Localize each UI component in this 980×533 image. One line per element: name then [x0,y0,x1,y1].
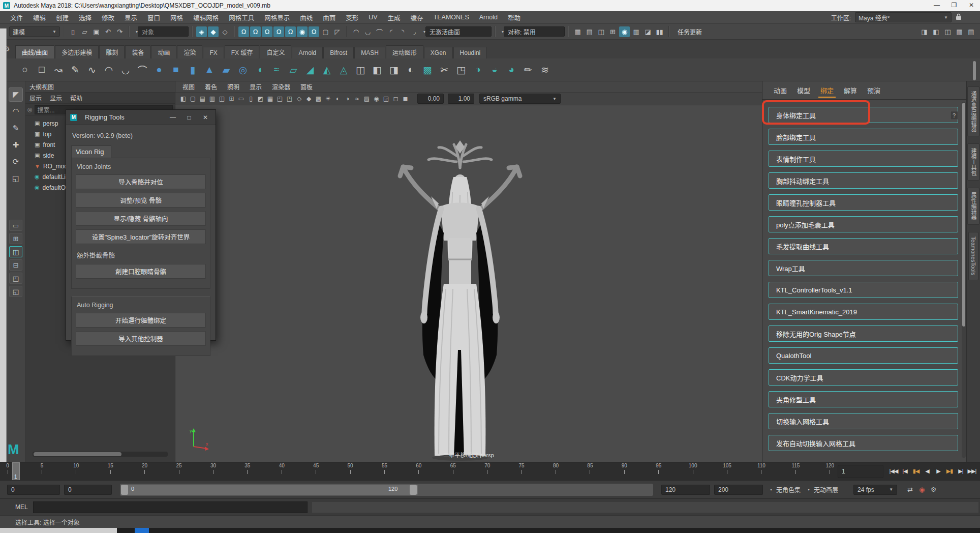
shelf-tab[interactable]: XGen [424,47,453,58]
remove-orig-shape-button[interactable]: 移除无用的Orig Shape节点 [769,325,958,342]
step-forward-frame-button[interactable]: ▶| [956,464,966,478]
viewport-menu-item[interactable]: 视图 [182,82,195,91]
depth-of-field-icon[interactable]: ◉ [372,94,381,104]
step-forward-key-button[interactable]: ▶▮ [944,464,955,478]
right-panel-tab[interactable]: 预演 [864,83,883,97]
render-sequence-icon[interactable]: ▥ [631,26,641,37]
corner-sculpt-tool-button[interactable]: 夹角修型工具 [769,391,958,407]
viewport-menu-item[interactable]: 渲染器 [272,82,290,91]
intersect-icon[interactable]: ◑ [470,62,485,77]
grid-icon[interactable]: ⊞ [227,94,236,104]
workspace-lock-icon[interactable] [956,13,962,22]
revolve-icon[interactable]: ◖ [252,62,267,77]
show-hide-joint-axis-button[interactable]: 显示/隐藏 骨骼轴向 [76,211,206,226]
scale-tool-icon[interactable]: ◱ [9,171,23,186]
range-slider[interactable]: 0 120 [120,484,653,496]
character-set-dropdown[interactable]: 无角色集 [776,485,801,494]
rotate-tool-icon[interactable]: ⟳ [9,155,23,169]
ep-curve-icon[interactable]: ↝ [51,62,66,77]
select-tool-icon[interactable]: ◤ [9,87,23,102]
menu-item[interactable]: 显示 [119,13,142,22]
isolate-select-icon[interactable]: ◲ [381,94,391,104]
playback-loop-icon[interactable]: ⇄ [905,484,915,495]
menu-item[interactable]: TEAMONES [428,14,474,21]
vicon-rig-tab[interactable]: Vicon Rig [71,145,111,158]
menu-item[interactable]: 编辑 [28,13,51,22]
selection-filter-field[interactable]: 对象 [138,26,189,37]
right-panel-tab[interactable]: 动画 [771,83,790,97]
snap-grid-icon[interactable]: Ω [238,26,249,37]
gate-mask-icon[interactable]: ◩ [256,94,265,104]
cv-curve-icon[interactable]: ∿ [84,62,100,77]
shelf-tab[interactable]: 运动图形 [386,45,423,58]
bookmark-icon[interactable]: ▥ [207,94,217,104]
menu-item[interactable]: UV [363,14,382,21]
shelf-tab[interactable]: FX 缓存 [225,45,260,58]
exposure-field[interactable]: 0.00 [417,94,444,104]
shelf-tab[interactable]: 曲线/曲面 [15,45,54,58]
snap-release-icon[interactable]: Ω [309,26,319,37]
play-forwards-button[interactable]: ▶ [933,464,943,478]
right-panel-tab[interactable]: 模型 [794,83,813,97]
menu-item[interactable]: 曲面 [318,13,341,22]
open-render-view-icon[interactable]: ▦ [572,26,583,37]
playback-end-field[interactable]: 120 [661,485,710,495]
current-frame-marker[interactable]: 1 [12,462,20,481]
lock-camera-icon[interactable]: ▢ [188,94,198,104]
chest-jiggle-tool-button[interactable]: 胸部抖动绑定工具 [769,172,958,189]
menu-item[interactable]: 缓存 [406,13,428,22]
screen-space-ao-icon[interactable]: ◑ [343,94,352,104]
layout-hypershade-button[interactable]: ◰ [9,273,22,284]
menu-item[interactable]: 窗口 [142,13,165,22]
import-skeleton-align-button[interactable]: 导入骨骼并对位 [76,174,206,189]
import-other-controllers-button[interactable]: 导入其他控制器 [76,331,206,346]
animation-start-field[interactable]: 0 [7,485,60,495]
lighting-icon[interactable]: ☀ [323,94,333,104]
safe-title-icon[interactable]: ◳ [285,94,294,104]
paint-select-tool-icon[interactable]: ✎ [9,121,23,135]
ktl-smart-kinematic-button[interactable]: KTL_SmartKinematic_2019 [769,304,958,320]
viewport-panel[interactable]: 视图着色照明显示渲染器面板 ◧▢▤▥◫⊞▭▯◩▦◰◳◇◆▩☀◐◑≈▨◉◲◻◼ 0… [175,81,762,462]
task-update-button[interactable]: 任务更新 [678,27,702,36]
camera-attributes-icon[interactable]: ▤ [198,94,207,104]
layout-uv-editor-button[interactable]: ◱ [9,286,22,297]
animation-end-field[interactable]: 200 [714,485,763,495]
play-backwards-button[interactable]: ◀ [922,464,932,478]
rigging-window-titlebar[interactable]: M Rigging Tools — □ ✕ [66,110,216,125]
nurbs-torus-icon[interactable]: ◎ [235,62,251,77]
close-button[interactable]: ✕ [963,0,980,10]
untrim-icon[interactable]: ◳ [453,62,469,77]
boundary-icon[interactable]: ◬ [336,62,351,77]
viewport-menu-item[interactable]: 面板 [300,82,313,91]
go-to-start-button[interactable]: |◀◀ [889,464,899,478]
time-slider[interactable]: 0 5 10 15 20 25 30 35 40 45 50 55 [0,462,980,480]
undo-icon[interactable]: ↶ [103,26,113,37]
pencil-curve-icon[interactable]: ✎ [68,62,83,77]
right-panel-scrollbar[interactable] [962,102,966,458]
xray-icon[interactable]: ◻ [391,94,401,104]
nurbs-circle-icon[interactable]: ○ [17,62,33,77]
select-object-icon[interactable]: ◆ [208,26,219,37]
current-frame-field[interactable]: 1 [838,465,883,478]
resolution-gate-icon[interactable]: ▯ [246,94,256,104]
save-scene-icon[interactable]: ▣ [91,26,102,37]
project-curve-icon[interactable]: ◒ [487,62,502,77]
planar-icon[interactable]: ▱ [286,62,301,77]
pause-viewport-icon[interactable]: ▮▮ [654,26,665,37]
publish-auto-switch-input-mesh-button[interactable]: 发布自动切换输入网格工具 [769,435,958,451]
make-live-icon[interactable]: ◉ [297,26,308,37]
wireframe-icon[interactable]: ◇ [294,94,304,104]
viewport-menu-item[interactable]: 照明 [227,82,239,91]
lasso-tool-icon[interactable]: ◠ [9,104,23,119]
outliner-menu-item[interactable]: 显示 [50,94,62,102]
layout-persp-outliner-button[interactable]: ◫ [9,246,22,257]
outliner-menu-item[interactable]: 帮助 [70,94,82,102]
nurbs-cube-icon[interactable]: ■ [168,62,183,77]
multisample-icon[interactable]: ▨ [362,94,372,104]
face-rigging-tool-button[interactable]: 脸部绑定工具 [769,129,958,145]
menu-item[interactable]: 网格工具 [224,13,259,22]
detach-surface-icon[interactable]: ◨ [386,62,402,77]
right-panel-tab[interactable]: 解算 [841,83,860,97]
symmetry-field[interactable]: 对称: 禁用 [504,26,565,37]
outliner-menu-item[interactable]: 展示 [29,94,42,102]
